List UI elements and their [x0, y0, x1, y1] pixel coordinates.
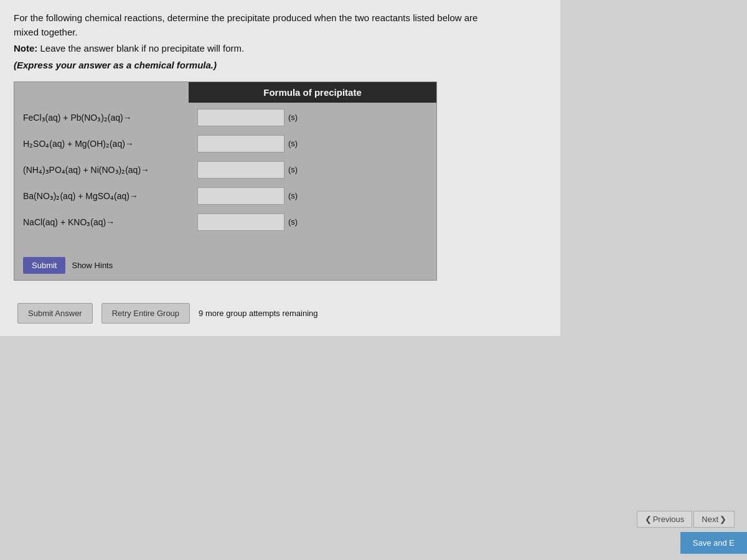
- table-row: (NH₄)₃PO₄(aq) + Ni(NO₃)₂(aq)→ (s): [23, 161, 428, 179]
- intro-text-line1: For the following chemical reactions, de…: [14, 12, 477, 23]
- answer-area-1: (s): [197, 109, 428, 126]
- unit-label-4: (s): [288, 191, 298, 200]
- answer-input-1[interactable]: [197, 109, 284, 126]
- unit-label-1: (s): [288, 113, 298, 122]
- save-and-button[interactable]: Save and E: [680, 532, 747, 554]
- answer-input-4[interactable]: [197, 187, 284, 205]
- reaction-rows: FeCl₃(aq) + Pb(NO₃)₂(aq)→ (s) H₂SO₄(aq) …: [14, 103, 436, 248]
- intro-text-line2: mixed together.: [14, 27, 78, 37]
- answer-area-3: (s): [197, 161, 428, 179]
- intro-line1: For the following chemical reactions, de…: [14, 11, 547, 39]
- answer-input-5[interactable]: [197, 213, 284, 231]
- note-label: Note:: [14, 43, 37, 54]
- previous-button[interactable]: Previous: [637, 511, 693, 528]
- question-box: Formula of precipitate FeCl₃(aq) + Pb(NO…: [14, 82, 437, 281]
- unit-label-3: (s): [288, 165, 298, 174]
- express-text: (Express your answer as a chemical formu…: [14, 60, 547, 70]
- main-content: For the following chemical reactions, de…: [0, 0, 560, 336]
- reaction-equation-3: (NH₄)₃PO₄(aq) + Ni(NO₃)₂(aq)→: [23, 165, 197, 175]
- note-paragraph: Note: Leave the answer blank if no preci…: [14, 42, 547, 56]
- prev-next-wrap: Previous Next: [637, 511, 735, 528]
- submit-answer-button[interactable]: Submit Answer: [17, 303, 93, 324]
- table-row: FeCl₃(aq) + Pb(NO₃)₂(aq)→ (s): [23, 109, 428, 126]
- retry-entire-group-button[interactable]: Retry Entire Group: [101, 303, 190, 324]
- answer-input-3[interactable]: [197, 161, 284, 179]
- answer-area-2: (s): [197, 135, 428, 152]
- reaction-equation-5: NaCl(aq) + KNO₃(aq)→: [23, 217, 197, 227]
- reaction-equation-1: FeCl₃(aq) + Pb(NO₃)₂(aq)→: [23, 113, 197, 123]
- reaction-equation-2: H₂SO₄(aq) + Mg(OH)₂(aq)→: [23, 139, 197, 149]
- bottom-bar: Submit Answer Retry Entire Group 9 more …: [14, 303, 547, 324]
- table-row: NaCl(aq) + KNO₃(aq)→ (s): [23, 213, 428, 231]
- submit-inner-button[interactable]: Submit: [23, 257, 65, 274]
- answer-area-5: (s): [197, 213, 428, 231]
- formula-header: Formula of precipitate: [189, 82, 436, 103]
- note-text: Leave the answer blank if no precipitate…: [40, 43, 245, 54]
- answer-input-2[interactable]: [197, 135, 284, 152]
- show-hints-button[interactable]: Show Hints: [72, 261, 113, 270]
- attempts-remaining-text: 9 more group attempts remaining: [199, 309, 317, 318]
- unit-label-2: (s): [288, 139, 298, 148]
- next-button[interactable]: Next: [693, 511, 735, 528]
- unit-label-5: (s): [288, 217, 298, 226]
- table-row: H₂SO₄(aq) + Mg(OH)₂(aq)→ (s): [23, 135, 428, 152]
- table-header-row: Formula of precipitate: [14, 82, 436, 103]
- nav-buttons: Previous Next: [637, 511, 735, 528]
- table-row: Ba(NO₃)₂(aq) + MgSO₄(aq)→ (s): [23, 187, 428, 205]
- inner-button-row: Submit Show Hints: [14, 257, 436, 280]
- answer-area-4: (s): [197, 187, 428, 205]
- reaction-equation-4: Ba(NO₃)₂(aq) + MgSO₄(aq)→: [23, 191, 197, 201]
